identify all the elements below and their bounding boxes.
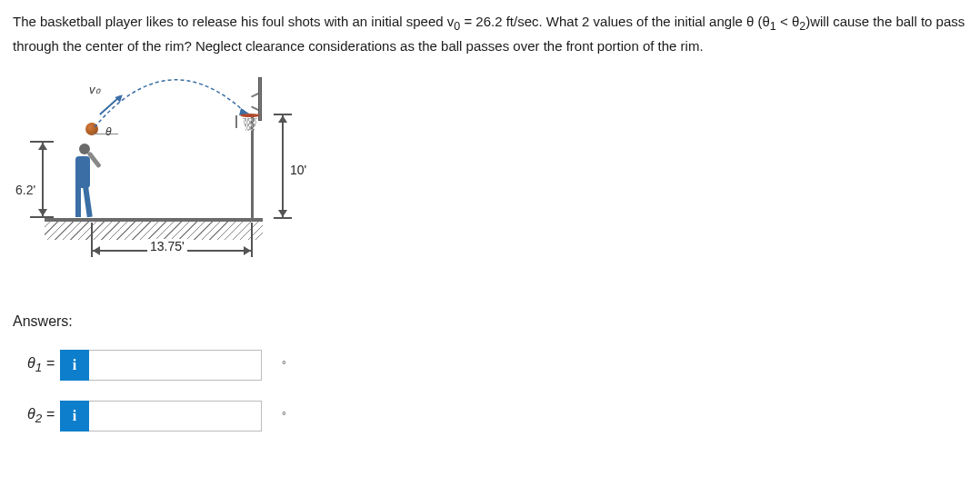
text: = 26.2 ft/sec. What 2 values of the init… — [460, 14, 770, 29]
answers-section: Answers: θ1 = i ° θ2 = i ° — [13, 313, 967, 432]
dim-line — [282, 115, 284, 217]
answer-label: θ2 = — [13, 406, 60, 425]
eq: = — [42, 406, 55, 422]
degree-unit: ° — [282, 410, 286, 422]
sub: 1 — [770, 20, 776, 33]
rim-center-tick — [235, 115, 237, 128]
rim-height-label: 10' — [290, 163, 306, 177]
answer-row-theta1: θ1 = i ° — [13, 350, 967, 381]
theta2-input[interactable] — [89, 401, 262, 432]
net — [243, 118, 257, 131]
rim — [240, 114, 260, 117]
answers-heading: Answers: — [13, 313, 967, 330]
dim-tick — [274, 217, 292, 219]
degree-unit: ° — [282, 359, 286, 372]
text: < θ — [776, 14, 799, 29]
answer-row-theta2: θ2 = i ° — [13, 401, 967, 432]
info-button[interactable]: i — [60, 350, 89, 381]
player-leg — [75, 181, 81, 217]
text: The basketball player likes to release h… — [13, 14, 454, 29]
figure-diagram: 6.2' v₀ θ 10' — [13, 68, 304, 277]
player-leg — [82, 180, 93, 216]
horizontal-distance-label: 13.75' — [147, 239, 187, 253]
info-button[interactable]: i — [60, 401, 89, 432]
sym: θ — [27, 355, 35, 371]
dim-tick — [251, 223, 253, 257]
answer-label: θ1 = — [13, 355, 60, 374]
dim-line — [42, 143, 44, 216]
release-height-label: 6.2' — [15, 183, 35, 197]
arrow-down-icon — [278, 210, 287, 217]
theta1-input[interactable] — [89, 350, 262, 381]
dim-tick — [30, 216, 54, 218]
sym: θ — [27, 406, 35, 422]
problem-statement: The basketball player likes to release h… — [13, 11, 967, 57]
arrow-up-icon — [38, 143, 47, 150]
eq: = — [42, 355, 55, 371]
arrow-up-icon — [278, 115, 287, 123]
hoop-pole — [251, 115, 254, 220]
v0-label: v₀ — [89, 83, 100, 96]
arrow-left-icon — [93, 246, 100, 255]
arrow-down-icon — [38, 209, 47, 216]
arrow-right-icon — [244, 246, 251, 255]
theta-label: θ — [105, 125, 112, 138]
ground-hatching — [45, 222, 263, 240]
